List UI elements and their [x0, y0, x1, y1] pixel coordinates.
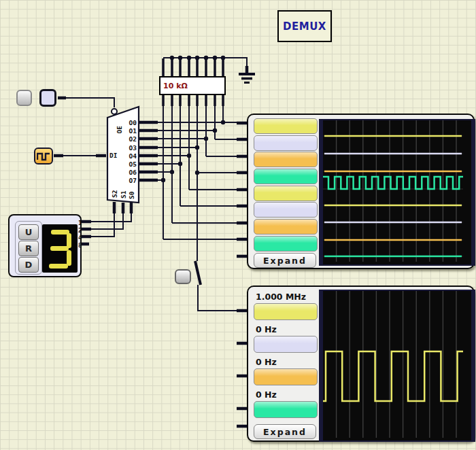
switch-lever[interactable] [195, 261, 201, 285]
scope-channel-button-7[interactable] [254, 219, 318, 235]
scope-channel-button-4[interactable] [254, 169, 318, 184]
display-pin-label: 4 [78, 235, 89, 241]
circuit-title: DEMUX [283, 20, 326, 33]
segment-a [51, 230, 69, 235]
scope-channel-button-2[interactable] [254, 135, 318, 151]
oscilloscope-panel-top: Expand [247, 114, 475, 269]
demux-output-label: O0 [129, 119, 137, 126]
scope-channel-button-8[interactable] [254, 236, 318, 252]
counter-channel-button-3[interactable] [254, 368, 318, 385]
counter-channel-button-1[interactable] [254, 303, 318, 320]
segment-b [67, 233, 71, 248]
demux-output-label: O7 [129, 177, 137, 184]
segment-g [50, 246, 69, 251]
trace-1 [323, 351, 463, 401]
frequency-counter-panel: 1.000 MHz0 Hz0 Hz0 Hz Expand [247, 285, 475, 442]
frequency-readout-1: 1.000 MHz [256, 292, 306, 301]
expand-label: Expand [263, 256, 307, 266]
active-low-bubble-icon [112, 109, 117, 114]
scope-channel-button-6[interactable] [254, 202, 318, 218]
demux-select-label: S1 [120, 190, 127, 198]
scope-channel-button-5[interactable] [254, 186, 318, 201]
circuit-title-box: DEMUX [277, 10, 332, 42]
demux-output-label: O5 [129, 160, 137, 168]
demux-select-label: S0 [128, 191, 135, 199]
hex-input-display: URD 1248 [8, 214, 82, 277]
resistor-value-label: 10 kΩ [163, 82, 188, 90]
demux-output-label: O4 [129, 152, 137, 160]
scope-channel-button-3[interactable] [254, 152, 318, 167]
demux-output-label: O1 [129, 127, 137, 135]
demux-output-label: O3 [129, 144, 137, 152]
demux-select-label: S2 [111, 190, 118, 198]
demux-output-label: O6 [129, 169, 137, 176]
counter-channel-button-2[interactable] [254, 336, 318, 353]
scope-screen [319, 290, 475, 442]
counter-channel-button-4[interactable] [254, 401, 318, 418]
seven-segment-display [42, 224, 78, 273]
square-wave-icon [37, 151, 50, 162]
wires [63, 58, 247, 311]
display-pin-label: 8 [78, 242, 89, 249]
led-indicator[interactable] [39, 89, 56, 107]
expand-button[interactable]: Expand [254, 253, 316, 268]
demux-component[interactable]: OE DI O0 O1 O2 O3 O4 O5 O6 O7 S2 S1 S0 [107, 107, 139, 203]
segment-d [49, 264, 68, 269]
switch-button[interactable] [175, 269, 191, 284]
scope-channel-button-1[interactable] [254, 118, 318, 134]
expand-button[interactable]: Expand [254, 424, 316, 439]
hex-u-button[interactable]: U [18, 224, 39, 240]
push-button[interactable] [16, 90, 32, 106]
frequency-readout-4: 0 Hz [256, 390, 277, 399]
circuit-canvas: OE DI O0 O1 O2 O3 O4 O5 O6 O7 S2 S1 S0 D… [0, 0, 476, 450]
display-pin-label: 1 [78, 220, 89, 226]
hex-d-button[interactable]: D [18, 257, 39, 273]
junction-dots [161, 56, 225, 182]
demux-output-label: O2 [129, 135, 137, 143]
frequency-readout-2: 0 Hz [256, 324, 277, 334]
scope-screen [319, 119, 475, 266]
expand-label: Expand [263, 427, 307, 437]
ground-icon [239, 74, 255, 83]
hex-r-button[interactable]: R [18, 241, 39, 256]
segment-c [67, 250, 71, 266]
hex-buttons-box: URD [15, 221, 42, 275]
resistor-network[interactable]: 10 kΩ [159, 76, 226, 95]
display-pin-label: 2 [78, 227, 89, 234]
frequency-readout-3: 0 Hz [256, 357, 277, 366]
clock-source[interactable] [34, 148, 53, 165]
demux-enable-label: OE [116, 126, 123, 134]
trace-4 [323, 177, 463, 189]
demux-di-label: DI [109, 152, 117, 159]
